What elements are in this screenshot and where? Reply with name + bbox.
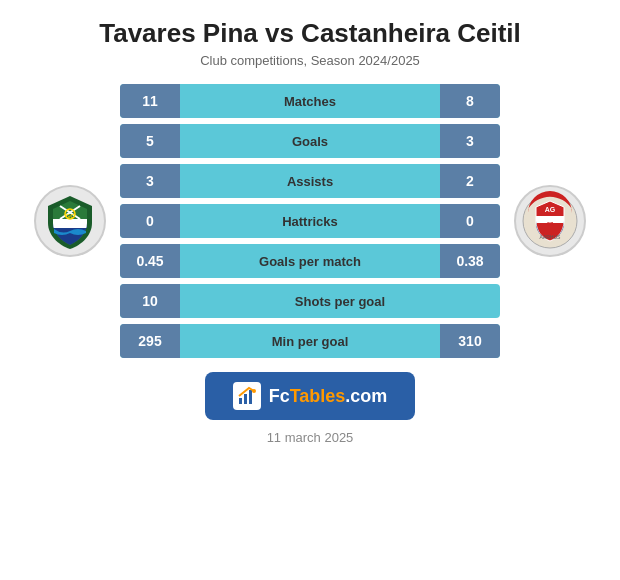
stat-label: Goals [180,134,440,149]
stat-row: 10Shots per goal [120,284,500,318]
stat-row: 3Assists2 [120,164,500,198]
stat-value-right: 0.38 [440,244,500,278]
content-area: GC 11Matches85Goals33Assists20Hattricks0… [10,84,610,358]
svg-text:AARHUS: AARHUS [540,234,562,240]
stat-value-right: 2 [440,164,500,198]
page-title: Tavares Pina vs Castanheira Ceitil [99,18,521,49]
date-text: 11 march 2025 [267,430,354,445]
stat-label: Matches [180,94,440,109]
stats-area: 11Matches85Goals33Assists20Hattricks00.4… [120,84,500,358]
svg-rect-0 [53,219,87,228]
svg-text:GC: GC [66,213,76,219]
fctables-banner: FcTables.com [205,372,416,420]
stat-row: 5Goals3 [120,124,500,158]
stat-row: 295Min per goal310 [120,324,500,358]
stat-row: 0Hattricks0 [120,204,500,238]
team-logo-right-circle: AG 63 AARHUS [514,185,586,257]
team-logo-left: GC [30,181,110,261]
svg-text:63: 63 [547,221,554,227]
stat-row: 0.45Goals per match0.38 [120,244,500,278]
stat-label: Goals per match [180,254,440,269]
stat-label: Min per goal [180,334,440,349]
fctables-icon [233,382,261,410]
team-logo-left-circle: GC [34,185,106,257]
stat-value-left: 0.45 [120,244,180,278]
stat-label: Hattricks [180,214,440,229]
svg-rect-11 [244,394,247,404]
stat-value-right: 310 [440,324,500,358]
svg-point-13 [252,389,256,393]
svg-rect-10 [239,398,242,404]
stat-value-left: 11 [120,84,180,118]
stat-value-left: 295 [120,324,180,358]
team-logo-right: AG 63 AARHUS [510,181,590,261]
stat-value-right: 8 [440,84,500,118]
stat-value-left: 3 [120,164,180,198]
stat-value-left: 5 [120,124,180,158]
fctables-text: FcTables.com [269,386,388,407]
stat-value-right: 3 [440,124,500,158]
stat-value-left: 0 [120,204,180,238]
stat-value-right: 0 [440,204,500,238]
svg-rect-12 [249,390,252,404]
stat-label: Shots per goal [180,294,500,309]
stat-row: 11Matches8 [120,84,500,118]
svg-text:AG: AG [545,206,556,213]
stat-label: Assists [180,174,440,189]
stat-value-left: 10 [120,284,180,318]
subtitle: Club competitions, Season 2024/2025 [200,53,420,68]
